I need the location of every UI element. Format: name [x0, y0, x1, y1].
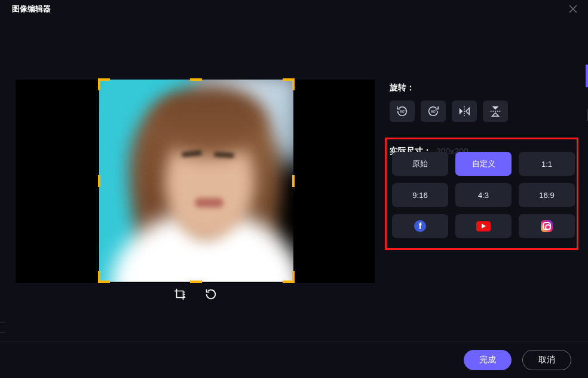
- cancel-button[interactable]: 取消: [522, 350, 571, 370]
- ratio-16-9-button[interactable]: 16:9: [519, 183, 575, 207]
- crop-handle-right[interactable]: [292, 175, 295, 187]
- rotate-cw-button[interactable]: 90°: [421, 100, 446, 122]
- ratio-1-1-button[interactable]: 1:1: [519, 152, 575, 176]
- facebook-icon: f: [414, 220, 426, 232]
- reset-icon[interactable]: [204, 288, 218, 301]
- ratio-youtube-button[interactable]: [455, 214, 512, 238]
- crop-handle-top-right[interactable]: [283, 78, 295, 90]
- image-canvas[interactable]: [16, 80, 375, 283]
- crop-tool-icon[interactable]: [173, 288, 186, 301]
- ratio-9-16-button[interactable]: 9:16: [392, 183, 448, 207]
- youtube-icon: [476, 221, 491, 231]
- done-button[interactable]: 完成: [464, 350, 512, 370]
- ratio-4-3-button[interactable]: 4:3: [455, 183, 512, 207]
- svg-marker-9: [492, 106, 499, 110]
- crop-handle-top-left[interactable]: [98, 78, 110, 90]
- ratio-original-button[interactable]: 原始: [392, 152, 448, 176]
- close-icon[interactable]: [569, 5, 577, 13]
- instagram-icon: [541, 220, 553, 232]
- svg-marker-6: [460, 108, 463, 115]
- crop-handle-bottom[interactable]: [190, 281, 202, 283]
- ratio-instagram-button[interactable]: [519, 214, 575, 238]
- rotate-label: 旋转：: [390, 83, 575, 93]
- accent-strip: [586, 65, 588, 87]
- ratio-facebook-button[interactable]: f: [392, 214, 448, 238]
- rotate-ccw-button[interactable]: 90°: [390, 100, 415, 122]
- flip-vertical-button[interactable]: [483, 100, 508, 122]
- crop-handle-left[interactable]: [98, 175, 100, 187]
- image-preview: [99, 80, 293, 282]
- svg-text:90°: 90°: [431, 109, 437, 114]
- crop-handle-top[interactable]: [190, 78, 202, 81]
- ruler-tick: [0, 333, 5, 333]
- svg-marker-10: [492, 113, 499, 117]
- window-title: 图像编辑器: [0, 0, 51, 14]
- svg-marker-7: [466, 108, 470, 115]
- flip-horizontal-button[interactable]: [452, 100, 477, 122]
- ruler-tick: [0, 322, 5, 322]
- crop-handle-bottom-right[interactable]: [283, 271, 295, 283]
- crop-handle-bottom-left[interactable]: [98, 271, 110, 283]
- ratio-custom-button[interactable]: 自定义: [455, 152, 512, 176]
- svg-text:90°: 90°: [400, 109, 406, 114]
